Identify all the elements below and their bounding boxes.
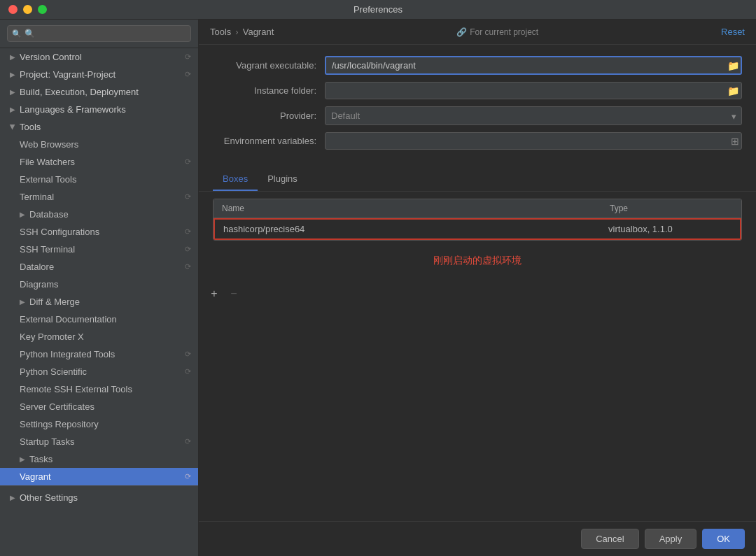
sidebar-item-label: Remote SSH External Tools <box>20 384 132 394</box>
search-input[interactable] <box>7 25 191 42</box>
sidebar-item-diff-merge[interactable]: ▶ Diff & Merge <box>0 293 198 311</box>
sidebar-item-external-doc[interactable]: External Documentation <box>0 311 198 328</box>
breadcrumb-current: Vagrant <box>243 27 274 37</box>
table-row[interactable]: hashicorp/precise64 virtualbox, 1.1.0 <box>214 218 741 240</box>
sync-icon: ⟳ <box>185 157 191 166</box>
breadcrumb-parent: Tools <box>210 27 231 37</box>
sidebar-item-languages[interactable]: ▶ Languages & Frameworks <box>0 101 198 118</box>
other-settings-section: ▶ Other Settings <box>0 485 198 506</box>
sidebar-item-python-scientific[interactable]: Python Scientific ⟳ <box>0 363 198 380</box>
sidebar-item-diagrams[interactable]: Diagrams <box>0 276 198 293</box>
sidebar-list: ▶ Version Control ⟳ ▶ Project: Vagrant-P… <box>0 48 198 556</box>
cancel-button[interactable]: Cancel <box>581 529 638 549</box>
sync-icon: ⟳ <box>185 227 191 236</box>
vagrant-executable-row: Vagrant executable: 📁 <box>213 56 742 75</box>
bottom-bar: Cancel Apply OK <box>199 521 756 556</box>
provider-select-wrapper: Default VirtualBox VMware ▾ <box>325 106 742 125</box>
sync-icon: ⟳ <box>185 437 191 446</box>
search-wrapper: 🔍 <box>7 25 191 42</box>
sidebar-item-label: External Documentation <box>20 314 117 325</box>
sidebar-item-label: Other Settings <box>20 492 78 503</box>
tab-boxes[interactable]: Boxes <box>213 168 258 191</box>
sidebar-item-label: Build, Execution, Deployment <box>20 87 139 97</box>
main-container: 🔍 ▶ Version Control ⟳ ▶ Project: Vagrant… <box>0 20 756 556</box>
table-actions: + − <box>199 281 756 306</box>
sidebar-item-remote-ssh[interactable]: Remote SSH External Tools <box>0 380 198 398</box>
table-header: Name Type <box>214 199 741 218</box>
chevron-right-icon: ▶ <box>10 88 15 96</box>
sidebar-item-web-browsers[interactable]: Web Browsers <box>0 136 198 153</box>
env-variables-row: Environment variables: ⊞ <box>213 132 742 150</box>
breadcrumb: Tools › Vagrant <box>210 27 274 37</box>
sidebar-item-terminal[interactable]: Terminal ⟳ <box>0 188 198 206</box>
sidebar-item-label: Python Integrated Tools <box>20 349 115 359</box>
sidebar-item-python-integrated[interactable]: Python Integrated Tools ⟳ <box>0 345 198 363</box>
sidebar-item-label: Database <box>29 209 69 220</box>
sidebar-item-version-control[interactable]: ▶ Version Control ⟳ <box>0 48 198 66</box>
vagrant-executable-input[interactable] <box>325 56 742 75</box>
minimize-button[interactable] <box>23 5 32 14</box>
tabs-area: Boxes Plugins <box>199 168 756 192</box>
apply-button[interactable]: Apply <box>645 529 697 549</box>
tab-plugins[interactable]: Plugins <box>258 168 307 191</box>
instance-folder-input[interactable] <box>325 82 742 99</box>
breadcrumb-arrow: › <box>235 27 238 37</box>
sidebar-item-project-vagrant[interactable]: ▶ Project: Vagrant-Project ⟳ <box>0 66 198 83</box>
sync-icon: ⟳ <box>185 262 191 271</box>
remove-row-button[interactable]: − <box>227 287 241 301</box>
env-variables-input-wrapper: ⊞ <box>325 132 742 150</box>
sidebar-item-server-certs[interactable]: Server Certificates <box>0 398 198 415</box>
add-row-button[interactable]: + <box>207 287 221 301</box>
sidebar-item-ssh-terminal[interactable]: SSH Terminal ⟳ <box>0 241 198 258</box>
sync-icon: ⟳ <box>185 245 191 254</box>
project-icon: 🔗 <box>456 27 467 37</box>
sidebar-item-label: File Watchers <box>20 157 75 167</box>
env-variables-input[interactable] <box>325 132 742 150</box>
maximize-button[interactable] <box>38 5 47 14</box>
sidebar-item-datalore[interactable]: Datalore ⟳ <box>0 258 198 276</box>
window-controls[interactable] <box>8 5 47 14</box>
sidebar-item-settings-repo[interactable]: Settings Repository <box>0 415 198 433</box>
boxes-table: Name Type hashicorp/precise64 virtualbox… <box>213 199 742 241</box>
window-title: Preferences <box>354 4 402 15</box>
table-cell-type: virtualbox, 1.1.0 <box>600 220 740 238</box>
form-area: Vagrant executable: 📁 Instance folder: 📁… <box>199 45 756 168</box>
vagrant-executable-label: Vagrant executable: <box>213 60 325 71</box>
sidebar-item-label: Languages & Frameworks <box>20 104 126 115</box>
search-icon: 🔍 <box>12 29 22 38</box>
ok-button[interactable]: OK <box>702 529 745 549</box>
close-button[interactable] <box>8 5 18 14</box>
chevron-down-icon: ▶ <box>9 124 17 130</box>
sidebar-item-label: Key Promoter X <box>20 332 84 342</box>
content-area: Tools › Vagrant 🔗 For current project Re… <box>199 20 756 556</box>
sidebar-item-tasks[interactable]: ▶ Tasks <box>0 450 198 468</box>
sidebar-item-other-settings[interactable]: ▶ Other Settings <box>0 489 198 506</box>
sidebar-item-tools[interactable]: ▶ Tools <box>0 118 198 136</box>
browse-executable-button[interactable]: 📁 <box>727 60 739 71</box>
sidebar-item-file-watchers[interactable]: File Watchers ⟳ <box>0 153 198 171</box>
sidebar-item-vagrant[interactable]: Vagrant ⟳ <box>0 468 198 485</box>
sidebar-item-external-tools[interactable]: External Tools <box>0 171 198 188</box>
col-name-header: Name <box>214 199 601 218</box>
sidebar-item-label: Version Control <box>20 52 82 62</box>
chevron-right-icon: ▶ <box>10 106 15 113</box>
search-box: 🔍 <box>0 20 198 48</box>
sidebar-item-label: SSH Configurations <box>20 227 99 237</box>
provider-row: Provider: Default VirtualBox VMware ▾ <box>213 106 742 125</box>
browse-folder-button[interactable]: 📁 <box>727 85 739 97</box>
annotation-text: 刚刚启动的虚拟环境 <box>199 241 756 281</box>
sidebar-item-key-promoter[interactable]: Key Promoter X <box>0 328 198 345</box>
sidebar-item-build-exec[interactable]: ▶ Build, Execution, Deployment <box>0 83 198 101</box>
sync-icon: ⟳ <box>185 472 191 481</box>
sidebar-item-startup-tasks[interactable]: Startup Tasks ⟳ <box>0 433 198 450</box>
sidebar-item-label: Web Browsers <box>20 139 78 150</box>
chevron-right-icon: ▶ <box>10 53 15 61</box>
sync-icon: ⟳ <box>185 52 191 62</box>
reset-button[interactable]: Reset <box>721 27 745 37</box>
provider-select[interactable]: Default VirtualBox VMware <box>325 106 742 125</box>
env-variables-button[interactable]: ⊞ <box>731 136 739 147</box>
sidebar-item-ssh-configurations[interactable]: SSH Configurations ⟳ <box>0 223 198 241</box>
sidebar-item-label: Datalore <box>20 262 54 272</box>
sidebar-item-database[interactable]: ▶ Database <box>0 206 198 223</box>
table-cell-name: hashicorp/precise64 <box>215 220 600 238</box>
